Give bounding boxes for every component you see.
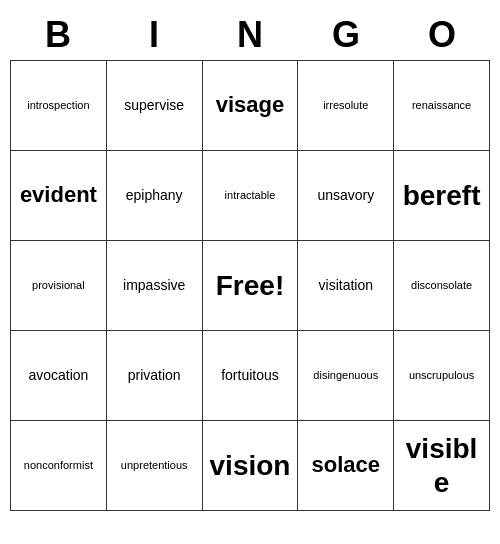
cell-text-15: avocation xyxy=(28,367,88,384)
header-letter-G: G xyxy=(298,10,394,60)
cell-text-5: evident xyxy=(20,182,97,208)
bingo-cell-1: supervise xyxy=(107,61,203,151)
bingo-cell-17: fortuitous xyxy=(203,331,299,421)
cell-text-3: irresolute xyxy=(323,99,368,112)
bingo-cell-18: disingenuous xyxy=(298,331,394,421)
cell-text-11: impassive xyxy=(123,277,185,294)
cell-text-12: Free! xyxy=(216,269,284,303)
cell-text-1: supervise xyxy=(124,97,184,114)
bingo-cell-2: visage xyxy=(203,61,299,151)
bingo-cell-21: unpretentious xyxy=(107,421,203,511)
cell-text-8: unsavory xyxy=(317,187,374,204)
bingo-cell-24: visible xyxy=(394,421,490,511)
cell-text-21: unpretentious xyxy=(121,459,188,472)
cell-text-18: disingenuous xyxy=(313,369,378,382)
cell-text-24: visible xyxy=(398,432,485,499)
bingo-card: BINGO introspectionsupervisevisageirreso… xyxy=(10,10,490,511)
bingo-cell-15: avocation xyxy=(11,331,107,421)
cell-text-23: solace xyxy=(312,452,381,478)
cell-text-19: unscrupulous xyxy=(409,369,474,382)
bingo-cell-9: bereft xyxy=(394,151,490,241)
cell-text-17: fortuitous xyxy=(221,367,279,384)
header-letter-N: N xyxy=(202,10,298,60)
bingo-cell-19: unscrupulous xyxy=(394,331,490,421)
bingo-cell-12: Free! xyxy=(203,241,299,331)
bingo-cell-3: irresolute xyxy=(298,61,394,151)
bingo-cell-14: disconsolate xyxy=(394,241,490,331)
bingo-cell-16: privation xyxy=(107,331,203,421)
bingo-grid: introspectionsupervisevisageirresolutere… xyxy=(10,60,490,511)
bingo-cell-13: visitation xyxy=(298,241,394,331)
cell-text-9: bereft xyxy=(403,179,481,213)
bingo-cell-6: epiphany xyxy=(107,151,203,241)
bingo-cell-7: intractable xyxy=(203,151,299,241)
bingo-cell-0: introspection xyxy=(11,61,107,151)
header-letter-O: O xyxy=(394,10,490,60)
bingo-cell-10: provisional xyxy=(11,241,107,331)
bingo-cell-8: unsavory xyxy=(298,151,394,241)
cell-text-2: visage xyxy=(216,92,285,118)
cell-text-10: provisional xyxy=(32,279,85,292)
header-letter-B: B xyxy=(10,10,106,60)
bingo-cell-20: nonconformist xyxy=(11,421,107,511)
bingo-header: BINGO xyxy=(10,10,490,60)
bingo-cell-22: vision xyxy=(203,421,299,511)
cell-text-0: introspection xyxy=(27,99,89,112)
bingo-cell-4: renaissance xyxy=(394,61,490,151)
cell-text-7: intractable xyxy=(225,189,276,202)
cell-text-16: privation xyxy=(128,367,181,384)
cell-text-6: epiphany xyxy=(126,187,183,204)
bingo-cell-11: impassive xyxy=(107,241,203,331)
cell-text-20: nonconformist xyxy=(24,459,93,472)
cell-text-4: renaissance xyxy=(412,99,471,112)
cell-text-14: disconsolate xyxy=(411,279,472,292)
cell-text-13: visitation xyxy=(319,277,373,294)
header-letter-I: I xyxy=(106,10,202,60)
bingo-cell-23: solace xyxy=(298,421,394,511)
bingo-cell-5: evident xyxy=(11,151,107,241)
cell-text-22: vision xyxy=(210,449,291,483)
